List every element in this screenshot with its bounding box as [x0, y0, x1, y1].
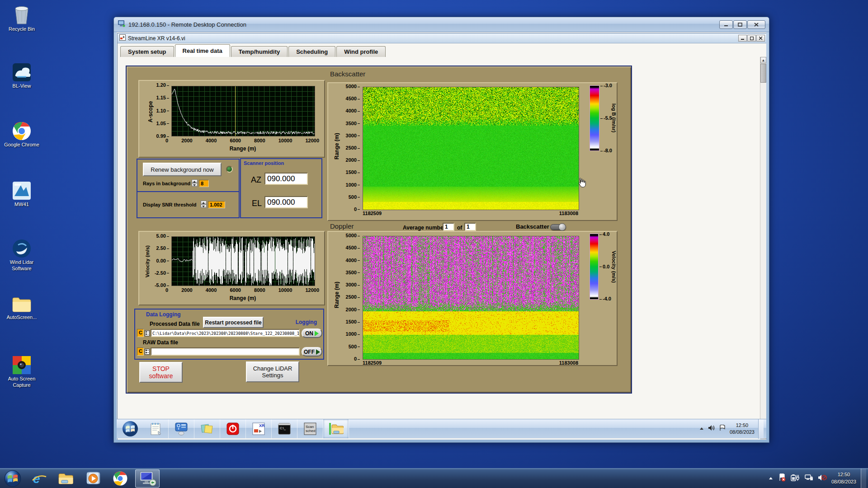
snr-value-field[interactable]: 1.002: [208, 201, 225, 208]
snr-spinner[interactable]: [201, 201, 207, 208]
doppler-section-title: Doppler: [330, 222, 354, 230]
tab-real-time-data[interactable]: Real time data: [175, 44, 230, 57]
taskbar-button-notepad[interactable]: [143, 419, 169, 438]
session-clock-date: 08/08/2023: [730, 429, 755, 436]
clock-time: 12:50: [831, 471, 856, 478]
tray-volume-muted-icon[interactable]: [818, 474, 827, 483]
taskbar-clock[interactable]: 12:50 08/08/2023: [831, 471, 856, 485]
start-button[interactable]: [4, 469, 22, 488]
desktop-icon-autoscreen-folder[interactable]: AutoScreen...: [2, 296, 42, 321]
app-scrollbar[interactable]: ▲ ▼: [760, 57, 766, 439]
rays-spinner[interactable]: [192, 179, 198, 187]
tick-label: 500: [349, 195, 360, 200]
backscatter-doppler-toggle[interactable]: [550, 224, 566, 230]
session-speaker-icon[interactable]: [708, 425, 715, 433]
app-title: StreamLine XR v14-6.vi: [128, 35, 736, 42]
tick-label: -8.0: [600, 148, 612, 153]
taskbar-button-command-prompt[interactable]: C:\_: [272, 419, 297, 438]
rdp-maximize-button[interactable]: [733, 20, 747, 29]
rdp-minimize-button[interactable]: [719, 20, 733, 29]
app-close-button[interactable]: [756, 35, 765, 42]
toggle-knob: [558, 223, 566, 231]
taskbar-button-internet-explorer[interactable]: e: [27, 469, 51, 488]
browse-folder-icon[interactable]: [145, 330, 150, 338]
raw-logging-off-button[interactable]: OFF: [302, 347, 322, 357]
tray-network-icon[interactable]: [804, 474, 813, 483]
processed-drive-selector[interactable]: C: [137, 329, 144, 337]
session-action-center-icon[interactable]: [719, 425, 726, 433]
tray-battery-icon[interactable]: [791, 474, 800, 483]
taskbar-button-sticky-notes[interactable]: [194, 419, 220, 438]
app-maximize-button[interactable]: [747, 35, 756, 42]
show-desktop-button[interactable]: [861, 469, 866, 488]
backscatter-yticks: 5000450040003500300025002000150010005000: [342, 84, 360, 212]
session-tray-expand-icon[interactable]: [699, 425, 704, 433]
taskbar-button-explorer[interactable]: [323, 419, 349, 438]
processed-logging-on-button[interactable]: ON: [302, 328, 322, 338]
tray-action-center-icon[interactable]: [778, 474, 786, 483]
session-clock-time: 12:50: [730, 422, 755, 429]
raw-path-field[interactable]: [151, 347, 300, 356]
session-show-desktop-button[interactable]: [758, 419, 764, 439]
a-scope-chart: A-scope 1.201.151.101.050.99 02000400060…: [138, 80, 325, 158]
desktop-icon-auto-screen-capture[interactable]: Auto Screen Capture: [2, 355, 42, 389]
data-logging-title: Data Logging: [146, 311, 181, 318]
session-clock[interactable]: 12:50 08/08/2023: [730, 422, 755, 436]
rdp-close-button[interactable]: [747, 20, 765, 29]
svg-text:C:\_: C:\_: [280, 427, 286, 430]
taskbar-button-streamline-xr-vi[interactable]: XR: [246, 419, 272, 438]
processed-path-field[interactable]: C:\Lidar\Data\Proc\2023\202308\20230808\…: [151, 329, 300, 337]
tab-temp-humidity[interactable]: Temp/humidity: [231, 46, 288, 57]
taskbar-button-scan-scheduler[interactable]: Scansched: [297, 419, 323, 438]
el-value-field[interactable]: 090.000: [264, 196, 308, 208]
desktop-icon-mw41[interactable]: MW41: [2, 181, 42, 208]
off-label: OFF: [304, 349, 315, 355]
tab-wind-profile[interactable]: Wind profile: [336, 46, 386, 57]
desktop-icon-label: Auto Screen Capture: [2, 376, 42, 389]
desktop-icon-bl-view[interactable]: BL-View: [2, 62, 42, 89]
az-value-field[interactable]: 090.000: [264, 173, 308, 185]
scroll-up-arrow[interactable]: ▲: [760, 57, 766, 63]
doppler-ylabel: Range (m): [334, 263, 340, 327]
rays-in-background-label: Rays in background: [143, 181, 190, 186]
backscatter-colorbar[interactable]: [590, 85, 599, 151]
tick-label: 4000: [206, 288, 217, 293]
app-titlebar[interactable]: StreamLine XR v14-6.vi: [118, 33, 766, 43]
raw-drive-selector[interactable]: C: [137, 347, 144, 356]
tab-system-setup[interactable]: System setup: [120, 46, 174, 57]
browse-folder-icon[interactable]: [145, 348, 150, 357]
desktop-icon-label: BL-View: [2, 83, 42, 89]
average-of-field[interactable]: 1: [464, 223, 476, 231]
desktop-icon-recycle-bin[interactable]: Recycle Bin: [2, 4, 42, 33]
average-number-field[interactable]: 1: [443, 223, 454, 231]
scrollbar-thumb[interactable]: [760, 64, 766, 83]
taskbar-button-display-settings[interactable]: [169, 419, 194, 438]
tick-label: 0: [354, 357, 360, 361]
tick-label: 1500: [346, 170, 360, 175]
rdp-titlebar[interactable]: 192.168.0.150 - Remote Desktop Connectio…: [114, 17, 769, 32]
taskbar-button-google-chrome[interactable]: [108, 469, 132, 488]
change-lidar-settings-button[interactable]: Change LiDAR Settings: [246, 361, 299, 382]
stop-software-button[interactable]: STOP software: [139, 362, 183, 383]
desktop-icon-google-chrome[interactable]: Google Chrome: [2, 121, 42, 148]
backscatter-ylabel: Range (m): [334, 115, 340, 178]
el-label: EL: [252, 199, 262, 208]
doppler-colorbar[interactable]: [590, 234, 599, 300]
session-start-button[interactable]: [122, 421, 138, 437]
tray-expand-icon[interactable]: [768, 474, 774, 483]
recycle-bin-icon: [2, 4, 42, 25]
svg-text:sched: sched: [306, 429, 315, 433]
taskbar-button-windows-explorer[interactable]: [54, 469, 78, 488]
desktop-icon-label: AutoScreen...: [2, 314, 42, 321]
taskbar-button-remote-desktop[interactable]: [135, 469, 160, 488]
restart-processed-file-button[interactable]: Restart processed file: [203, 317, 264, 328]
app-minimize-button[interactable]: [738, 35, 747, 42]
tab-scheduling[interactable]: Scheduling: [288, 46, 335, 57]
desktop-icon-wind-lidar-software[interactable]: Wind Lidar Software: [2, 239, 42, 272]
svg-text:XR: XR: [259, 423, 265, 428]
renew-background-button[interactable]: Renew background now: [143, 163, 222, 176]
taskbar-button-shutdown-tool[interactable]: [220, 419, 246, 438]
rays-value-field[interactable]: 8: [199, 180, 209, 187]
taskbar-button-media-player[interactable]: [81, 469, 105, 488]
on-label: ON: [305, 330, 313, 337]
